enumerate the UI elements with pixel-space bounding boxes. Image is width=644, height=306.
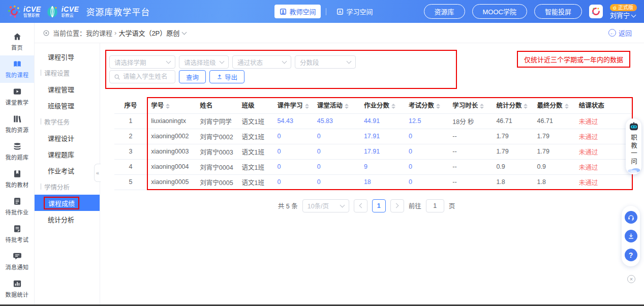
smart-cast-button[interactable]: 智能投屏 (534, 4, 582, 19)
customer-service-button[interactable] (625, 211, 637, 224)
robot-icon (628, 120, 640, 133)
icve-shell-logo-icon (45, 5, 59, 19)
primary-sidebar: 首页我的课程课堂教学我的资源我的题库我的教材待批作业待批考试消息通知数据统计第三… (0, 23, 35, 304)
col-study_duration[interactable]: 学习时长 (448, 97, 492, 113)
teacher-space-tab[interactable]: 教师空间 (274, 5, 321, 18)
next-page-button[interactable] (390, 199, 404, 212)
annotation-box-filters: 请选择学期 请选择班级 通过状态 分数段 查询 (105, 50, 457, 89)
submenu-item-class-management[interactable]: 班级管理 (35, 97, 100, 113)
exams-to-grade-icon (13, 224, 22, 233)
cell-study_duration: -- (448, 129, 492, 144)
cell-homework_score[interactable]: 17.91 (360, 144, 405, 159)
col-courseware_score[interactable]: 课件学习 (273, 97, 313, 113)
submenu-item-statistical-analysis[interactable]: 统计分析 (35, 211, 100, 227)
user-menu[interactable]: 刘宵宁 (610, 12, 635, 19)
help-button[interactable]: ? (625, 249, 637, 261)
cell-homework_score[interactable]: 44.91 (360, 113, 405, 129)
sort-carets-icon[interactable] (436, 104, 440, 109)
sort-carets-icon[interactable] (524, 104, 528, 109)
query-button[interactable]: 查询 (179, 70, 206, 83)
zhijiao-assistant-widget[interactable]: 职教一问 (626, 118, 641, 174)
sidebar-item-exams-to-grade[interactable]: 待批考试 (0, 220, 34, 248)
resource-library-button[interactable]: 资源库 (424, 4, 465, 19)
cell-status: 未通过 (575, 129, 633, 144)
cell-homework_score[interactable]: 18 (360, 174, 405, 190)
sort-carets-icon[interactable] (391, 104, 395, 109)
sort-carets-icon[interactable] (345, 104, 349, 109)
cell-final_score: 1.79 (533, 129, 575, 144)
sidebar-item-home[interactable]: 首页 (0, 28, 34, 55)
cell-activity_score[interactable]: 0 (313, 129, 360, 144)
cell-exam_score[interactable]: 0 (405, 144, 448, 159)
sidebar-item-homework-to-grade[interactable]: 待批作业 (0, 193, 34, 220)
class-select[interactable]: 请选择班级 (179, 55, 229, 69)
cell-class: 语文1班 (237, 113, 273, 129)
cell-courseware_score[interactable]: 0 (273, 174, 313, 190)
export-button[interactable]: 导出 (209, 70, 244, 83)
sidebar-item-classroom-teaching[interactable]: 课堂教学 (0, 83, 34, 110)
goto-page-input[interactable] (426, 199, 444, 212)
col-student_id[interactable]: 学号 (147, 97, 196, 113)
cell-courseware_score[interactable]: 0 (273, 159, 313, 174)
sort-carets-icon[interactable] (305, 104, 309, 109)
page-size-select[interactable]: 10条/页 (302, 199, 349, 212)
prev-page-button[interactable] (354, 199, 367, 212)
col-activity_score[interactable]: 课堂活动 (313, 97, 360, 113)
breadcrumb-root[interactable]: 我的课程 (86, 28, 112, 38)
submenu-item-course-grades[interactable]: 课程成绩 (35, 195, 100, 211)
sidebar-collapse-handle[interactable]: « (94, 164, 101, 182)
submenu-item-course-guide[interactable]: 课程引导 (35, 48, 100, 65)
col-stat_score[interactable]: 统计分数 (492, 97, 533, 113)
cell-courseware_score[interactable]: 0 (273, 144, 313, 159)
submenu-item-course-design[interactable]: 课程设计 (35, 130, 100, 146)
cell-exam_score[interactable]: 0 (405, 174, 448, 190)
score-range-select[interactable]: 分数段 (295, 55, 356, 69)
page: iCVE 智慧职教 iCVE 职教云 资源库教学平台 教师空间 学习 (0, 0, 644, 306)
chevron-right-icon (393, 203, 398, 208)
cell-homework_score[interactable]: 9 (360, 159, 405, 174)
sort-carets-icon[interactable] (480, 104, 484, 109)
col-final_score[interactable]: 最终分数 (533, 97, 575, 113)
semester-select[interactable]: 请选择学期 (109, 55, 175, 69)
cell-courseware_score[interactable]: 54.43 (273, 113, 313, 129)
current-page-button[interactable]: 1 (372, 199, 386, 212)
cell-activity_score[interactable]: 0 (313, 174, 360, 190)
submenu-item-homework-exam[interactable]: 作业考试 (35, 162, 100, 178)
cell-activity_score[interactable]: 0 (313, 159, 360, 174)
back-button[interactable]: ← 返回 (608, 28, 632, 38)
cell-exam_score[interactable]: 0 (405, 159, 448, 174)
col-exam_score[interactable]: 考试分数 (405, 97, 448, 113)
breadcrumb-current[interactable]: 大学语文（2P）原创 (118, 28, 179, 38)
sidebar-item-my-question-bank[interactable]: 我的题库 (0, 138, 34, 165)
version-badge: 正式版 (610, 4, 637, 11)
cell-exam_score[interactable]: 12.5 (405, 113, 448, 129)
sidebar-item-messages[interactable]: 消息通知 (0, 248, 34, 275)
cell-activity_score[interactable]: 0 (313, 144, 360, 159)
cell-exam_score[interactable]: 0 (405, 129, 448, 144)
sort-carets-icon[interactable] (565, 104, 569, 109)
sidebar-item-my-textbooks[interactable]: 我的教材 (0, 165, 34, 193)
cell-student_id: liuxiaoningtx (147, 113, 196, 129)
cell-index: 5 (114, 174, 147, 190)
pass-status-select[interactable]: 通过状态 (232, 55, 291, 69)
space-switcher: 教师空间 学习空间 (274, 5, 378, 18)
close-toolbar-icon[interactable]: × (627, 275, 635, 283)
col-homework_score[interactable]: 作业分数 (360, 97, 405, 113)
download-button[interactable] (625, 230, 637, 242)
export-icon (217, 74, 223, 80)
cell-homework_score[interactable]: 17.91 (360, 129, 405, 144)
course-switch-caret-icon[interactable] (182, 29, 187, 35)
student-space-tab[interactable]: 学习空间 (331, 5, 378, 18)
cell-courseware_score[interactable]: 0 (273, 129, 313, 144)
avatar[interactable] (589, 5, 603, 18)
sidebar-item-my-courses[interactable]: 我的课程 (0, 55, 34, 83)
submenu-item-course-question-bank[interactable]: 课程题库 (35, 146, 100, 162)
student-name-input[interactable] (123, 73, 171, 80)
col-index: 序号 (114, 97, 147, 113)
sidebar-item-my-resources[interactable]: 我的资源 (0, 110, 34, 138)
sort-carets-icon[interactable] (166, 104, 170, 109)
cell-activity_score[interactable]: 45.83 (313, 113, 360, 129)
sidebar-item-data-statistics[interactable]: 数据统计 (0, 275, 34, 302)
mooc-academy-button[interactable]: MOOC学院 (472, 4, 527, 19)
submenu-item-course-management[interactable]: 课程管理 (35, 81, 100, 97)
